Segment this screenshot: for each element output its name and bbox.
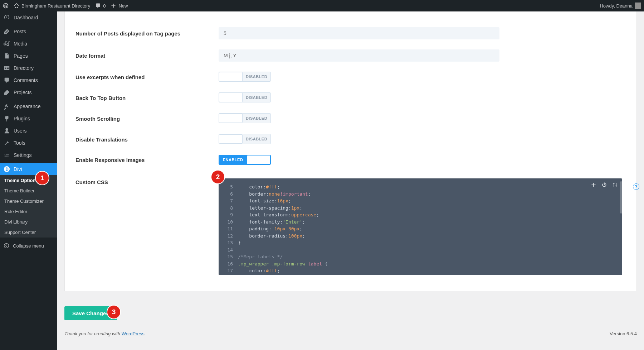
- menu-dashboard[interactable]: Dashboard: [0, 11, 57, 24]
- new-label: New: [118, 3, 128, 9]
- theme-options-panel: Number of Posts displayed on Tag pages D…: [64, 11, 637, 291]
- submenu-theme-customizer[interactable]: Theme Customizer: [0, 196, 57, 206]
- menu-plugins[interactable]: Plugins: [0, 112, 57, 125]
- label-custom-css: Custom CSS: [75, 175, 219, 185]
- svg-point-0: [4, 166, 10, 172]
- menu-directory[interactable]: Directory: [0, 62, 57, 74]
- howdy-link[interactable]: Howdy, Deanna: [600, 3, 641, 9]
- help-icon[interactable]: ?: [633, 183, 639, 190]
- wordpress-link[interactable]: WordPress: [122, 331, 145, 336]
- menu-projects[interactable]: Projects: [0, 86, 57, 99]
- label-tag-posts: Number of Posts displayed on Tag pages: [75, 30, 219, 37]
- submenu-theme-builder[interactable]: Theme Builder: [0, 186, 57, 196]
- howdy-text: Howdy, Deanna: [600, 3, 633, 9]
- label-excerpts: Use excerpts when defined: [75, 74, 219, 80]
- row-custom-css: Custom CSS 5 color:#fff;6 border:none!im…: [75, 170, 622, 280]
- annotation-badge-1: 1: [36, 172, 49, 184]
- comments-link[interactable]: 0: [95, 3, 106, 9]
- admin-menu: Dashboard Posts Media Pages Directory Co…: [0, 11, 57, 344]
- menu-users[interactable]: Users: [0, 125, 57, 137]
- label-back-to-top: Back To Top Button: [75, 95, 219, 101]
- input-tag-posts[interactable]: [219, 27, 499, 39]
- custom-css-editor-wrap: 5 color:#fff;6 border:none!important;7 f…: [219, 178, 622, 275]
- submenu-support-center[interactable]: Support Center: [0, 227, 57, 238]
- sort-icon[interactable]: [612, 182, 618, 188]
- row-smooth-scroll: Smooth Scrolling DISABLED: [75, 108, 622, 129]
- menu-pages[interactable]: Pages: [0, 50, 57, 62]
- row-responsive-images: Enable Responsive Images ENABLED: [75, 150, 622, 170]
- save-row: Save Changes: [57, 298, 644, 324]
- menu-media[interactable]: Media: [0, 38, 57, 50]
- row-excerpts: Use excerpts when defined DISABLED: [75, 67, 622, 87]
- avatar: [635, 3, 641, 9]
- toggle-responsive-images[interactable]: ENABLED: [219, 155, 271, 165]
- menu-divi[interactable]: Divi: [0, 163, 57, 175]
- admin-bar: Birmingham Restaurant Directory 0 New Ho…: [0, 0, 644, 11]
- input-date-format[interactable]: [219, 49, 499, 62]
- annotation-badge-3: 3: [107, 306, 120, 318]
- code-scrollbar[interactable]: [620, 181, 622, 214]
- row-back-to-top: Back To Top Button DISABLED: [75, 87, 622, 108]
- label-responsive-images: Enable Responsive Images: [75, 157, 219, 163]
- version-text: Version 6.5.4: [610, 331, 637, 336]
- label-smooth-scroll: Smooth Scrolling: [75, 116, 219, 122]
- site-link[interactable]: Birmingham Restaurant Directory: [14, 3, 90, 9]
- row-disable-translations: Disable Translations DISABLED: [75, 129, 622, 150]
- menu-tools[interactable]: Tools: [0, 137, 57, 149]
- menu-comments[interactable]: Comments: [0, 74, 57, 86]
- submenu-role-editor[interactable]: Role Editor: [0, 206, 57, 217]
- toggle-back-to-top[interactable]: DISABLED: [219, 92, 271, 102]
- add-icon[interactable]: [591, 182, 596, 188]
- toggle-excerpts[interactable]: DISABLED: [219, 72, 271, 82]
- collapse-menu[interactable]: Collapse menu: [0, 239, 57, 252]
- svg-point-1: [4, 244, 9, 248]
- power-icon[interactable]: [601, 182, 607, 188]
- custom-css-editor[interactable]: 5 color:#fff;6 border:none!important;7 f…: [219, 178, 622, 275]
- content: Number of Posts displayed on Tag pages D…: [57, 0, 644, 344]
- footer-text: Thank you for creating with WordPress.: [64, 331, 146, 336]
- footer: Thank you for creating with WordPress. V…: [57, 324, 644, 344]
- new-link[interactable]: New: [111, 3, 128, 9]
- menu-appearance[interactable]: Appearance: [0, 100, 57, 112]
- submenu-divi-library[interactable]: Divi Library: [0, 217, 57, 227]
- toggle-disable-translations[interactable]: DISABLED: [219, 134, 271, 144]
- code-toolbar: [591, 182, 618, 188]
- label-date-format: Date format: [75, 53, 219, 59]
- toggle-smooth-scroll[interactable]: DISABLED: [219, 113, 271, 123]
- annotation-badge-2: 2: [211, 171, 224, 183]
- menu-posts[interactable]: Posts: [0, 25, 57, 38]
- label-disable-translations: Disable Translations: [75, 136, 219, 143]
- submenu-theme-options[interactable]: Theme Options: [0, 175, 57, 186]
- divi-submenu: Theme Options Theme Builder Theme Custom…: [0, 175, 57, 238]
- row-tag-posts: Number of Posts displayed on Tag pages: [75, 22, 622, 44]
- site-name: Birmingham Restaurant Directory: [21, 3, 90, 9]
- wp-logo[interactable]: [3, 3, 9, 9]
- menu-settings[interactable]: Settings: [0, 149, 57, 161]
- comments-count: 0: [103, 3, 106, 9]
- row-date-format: Date format: [75, 44, 622, 67]
